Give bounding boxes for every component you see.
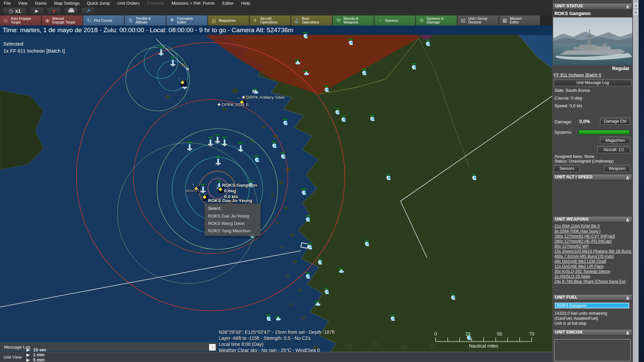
fuel-selected-unit[interactable]: ROKS Gangwon [555, 303, 629, 308]
scroll-up-button[interactable]: ▲ [633, 2, 639, 9]
scale-ticks [435, 337, 533, 342]
unit-class-link[interactable]: FF 811 Incheon [Batch I] [554, 72, 601, 77]
view-mode-label[interactable]: Unit View [0, 355, 26, 360]
menu-missions-ref-points[interactable]: Missions + Ref. Points [168, 1, 219, 6]
unit-emcon-header[interactable]: UNIT EMCON ≫ [553, 329, 632, 336]
unit-group-doctrine-label: Unit / GroupDoctrine [468, 17, 487, 24]
status-line: Local time 8:00 (Day) [219, 341, 335, 347]
weapon-link-2x-an-slq-25-nixie[interactable]: 2x AN/SLQ-25 Nixie [554, 274, 632, 279]
menu-help[interactable]: Help [237, 1, 254, 6]
weapon-link-80x-127mm-62-wp[interactable]: 80x 127mm/62 WP [554, 244, 632, 249]
menu-file[interactable]: File [0, 1, 14, 6]
magazines-button[interactable]: |||Magazines [208, 15, 249, 25]
aircraft-operations-label: AircraftOperations [260, 17, 277, 24]
time-preset-15-sec[interactable]: ▶15 sec [26, 347, 50, 352]
magazines-button[interactable]: Magazines [600, 137, 630, 144]
weapon-link-21x-rim-116a-ram-blk-0[interactable]: 21x RIM-116A RAM Blk 0 [554, 224, 632, 229]
throttle-altitude-icon: ⇅ [126, 17, 135, 23]
boat-operations-button[interactable]: ⚓BoatOperations [291, 15, 332, 25]
weapon-link-15x-20mm-100-mk15-phalanx-blk-1b-burst[interactable]: 15x 20mm/100 Mk15 Phalanx Blk 1B Burst [ [554, 249, 632, 254]
time-preset-label: 5 min [33, 357, 45, 362]
manual-engage-target-button[interactable]: ◉ManualEngage Target [42, 15, 83, 25]
damage-ctrl-button[interactable]: Damage Ctrl [600, 118, 630, 125]
context-menu-item-roks-yang-manchun[interactable]: ROKS Yang Manchun [205, 227, 261, 235]
status-line: Layer -66ft to -115ft - Strength: 0,5 - … [219, 335, 335, 341]
weapons-button[interactable]: Weapons [604, 165, 630, 172]
context-menu-item-roks-wang-geon[interactable]: ROKS Wang Geon [205, 220, 261, 227]
status-line: Weather Clear sky - No rain - 25°C - Win… [219, 347, 335, 352]
menu-view[interactable]: View [14, 1, 31, 6]
time-preset-1-min[interactable]: ▶1 min [26, 352, 50, 357]
scroll-down-button[interactable]: ▼ [633, 9, 639, 16]
fuel-line: Unit is at full stop [554, 321, 607, 326]
scale-labels: 0235070 [435, 331, 533, 337]
formation-editor-button[interactable]: ⚑FormationEditor [166, 15, 207, 25]
unit-select-context-menu: Select: ROKS Dae Jo-YeongROKS Wang GeonR… [205, 203, 261, 236]
time-preset-5-min[interactable]: ▶5 min [26, 357, 50, 362]
sensors-button[interactable]: Sensors [554, 165, 580, 172]
message-log-expand-button[interactable]: ↑ [209, 344, 216, 351]
unit-status-header[interactable]: UNIT STATUS ≫ [553, 3, 632, 9]
unit-fuel-header[interactable]: UNIT FUEL ≫ [553, 294, 632, 301]
fuel-status-text: 14333,0 fuel units remaining(GasFuel, Av… [554, 311, 607, 326]
play-arrow-icon: ▶ [26, 347, 30, 352]
right-sidebar: UNIT STATUS ≫ ROKS Gangwon [552, 0, 633, 362]
weapon-link-12x-dagaie-mk2-lir-flare[interactable]: 12x DAGAIE Mk2 LIR Flare [554, 264, 632, 269]
map-label-roks-dae-jo-yeong: ROKS Dae Jo-Yeong [208, 198, 252, 203]
boat-operations-label: BoatOperations [301, 17, 319, 24]
print-button[interactable] [64, 7, 78, 15]
auto-engage-target-button[interactable]: ◎Auto EngageTarget [0, 15, 41, 25]
scale-tick-label: 23 [465, 331, 471, 337]
message-log-label: Message Log [0, 345, 30, 350]
scale-tick-label: 70 [529, 331, 534, 337]
unit-photo [553, 17, 632, 65]
collapse-icon: ≫ [625, 296, 631, 300]
play-arrow-icon: ▶ [26, 357, 30, 362]
weapon-link-480x-7-62mm-mg-burst-20-rnds[interactable]: 480x 7.62mm MG Burst [20 rnds] [554, 254, 632, 259]
weapon-link-30x-k-slq-261-torpedo-decoy[interactable]: 30x K/SLQ-261 Torpedo Decoy [554, 269, 632, 274]
map-view[interactable]: Time: martes, 1 de mayo de 2018 - Zulu: … [0, 25, 552, 352]
aircraft-operations-button[interactable]: ✈AircraftOperations [250, 15, 290, 25]
record-button[interactable]: ● [47, 7, 61, 15]
selection-info: Selected: 1x FF 811 Incheon [Batch I] [3, 41, 65, 54]
unit-group-doctrine-button[interactable]: ▤Unit / GroupDoctrine [458, 15, 498, 25]
weapon-link-8x-ssm-700k-hae-sung-i[interactable]: 8x SSM-700K Hae Sung I [554, 229, 632, 234]
throttle-altitude-button[interactable]: ⇅Throttle &Altitude [125, 15, 166, 25]
menu-map-settings[interactable]: Map Settings [50, 1, 83, 6]
unit-weapons-header[interactable]: UNIT WEAPONS ≫ [553, 216, 632, 223]
unit-message-log-button[interactable]: Unit Message Log [554, 79, 632, 86]
fuel-unit-listbox[interactable]: ROKS Gangwon [554, 302, 630, 309]
mounts-weapons-button[interactable]: ⚒Mounts &Weapons [333, 15, 374, 25]
sensors-icon: ◔ [376, 18, 384, 23]
unit-alt-speed-header[interactable]: UNIT ALT / SPEED ≫ [553, 174, 632, 180]
unit-emcon-title: UNIT EMCON [555, 330, 582, 335]
aircraft-button[interactable]: Aircraft: 1/1 [597, 146, 630, 153]
map-label-roks-gangwon: ROKS Gangwon [222, 183, 257, 188]
sidebar-scrollbar[interactable]: ▲ ▼ [633, 0, 639, 362]
context-menu-title: Select: [205, 205, 261, 213]
mission-editor-button[interactable]: ▦MissionEditor [499, 15, 540, 25]
weapon-link-280x-127mm-62-he-cvt-hifrag[interactable]: 280x 127mm/62 HE-CVT [HiFrag] [554, 234, 632, 239]
menu-unit-orders[interactable]: Unit Orders [114, 1, 143, 6]
weapon-link-48x-dagaie-mk2-lem-chaff[interactable]: 48x DAGAIE Mk2 LEM Chaff [554, 259, 632, 264]
menu-editor[interactable]: Editor [219, 1, 237, 6]
menu-game[interactable]: Game [31, 1, 50, 6]
weapon-link-260x-127mm-62-he-pd-hicap[interactable]: 260x 127mm/62 HE-PD [HiCap] [554, 239, 632, 244]
systems-damage-button[interactable]: ⚙Systems &Damage [416, 15, 457, 25]
systems-damage-icon: ⚙ [417, 17, 426, 23]
map-label-ation-r: ation(R) [185, 188, 201, 193]
throttle-altitude-label: Throttle &Altitude [135, 17, 151, 24]
app-window: FileViewGameMap SettingsQuick JumpUnit O… [0, 0, 644, 362]
quick-jump-button[interactable]: ↗ [81, 7, 95, 15]
time-compression-button[interactable]: ◷ x1 [3, 7, 27, 15]
menu-quick-jump[interactable]: Quick Jump [83, 1, 114, 6]
background-strip [639, 0, 644, 362]
sensors-label: Sensors [384, 19, 398, 22]
play-button[interactable]: ▶ [30, 7, 44, 15]
sensors-button[interactable]: ◔Sensors [374, 15, 415, 25]
auto-engage-target-icon: ◎ [1, 17, 10, 23]
proficiency-label: Regular [612, 66, 630, 71]
context-menu-item-roks-dae-jo-yeong[interactable]: ROKS Dae Jo-Yeong [205, 213, 261, 220]
plot-course-button[interactable]: ↻Plot Course [83, 15, 124, 25]
weapon-link-24x-k-745-blue-shark-chung-sang-eo[interactable]: 24x K-745 Blue Shark [Chung Sang Eo] [554, 279, 632, 284]
